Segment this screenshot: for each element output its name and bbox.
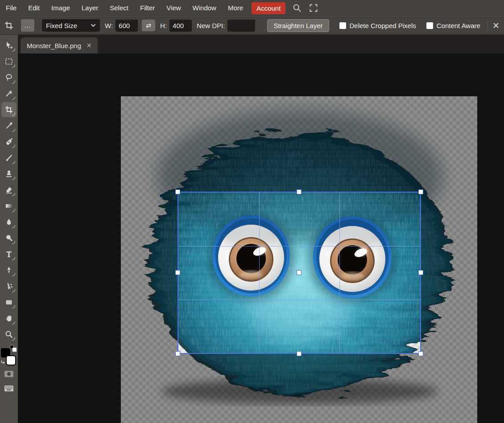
quick-mask-button[interactable] — [1, 368, 17, 380]
swap-colors-icon[interactable] — [1, 360, 6, 365]
menu-select[interactable]: Select — [104, 0, 134, 16]
move-tool[interactable] — [1, 38, 17, 53]
crop-handle-top-right[interactable] — [418, 189, 423, 194]
type-tool[interactable] — [1, 246, 17, 262]
account-button[interactable]: Account — [252, 2, 285, 14]
crop-selection[interactable] — [178, 192, 421, 354]
dpi-input[interactable] — [227, 20, 255, 32]
crop-handle-top[interactable] — [297, 189, 302, 194]
clone-stamp-tool[interactable] — [1, 166, 17, 181]
dpi-label: New DPI: — [197, 22, 225, 29]
tool-options-bar: ... Fixed Size W: ⇄ H: New DPI: Straight… — [0, 16, 504, 35]
more-crop-options-button[interactable]: ... — [21, 19, 34, 32]
crop-grid-line — [178, 300, 420, 300]
dodge-tool[interactable] — [1, 230, 17, 246]
eyedropper-tool[interactable] — [1, 118, 17, 133]
crop-grid-line — [178, 246, 420, 246]
document-view[interactable] — [121, 96, 477, 423]
fullscreen-icon[interactable] — [309, 3, 318, 13]
menu-more[interactable]: More — [222, 0, 249, 16]
straighten-layer-button[interactable]: Straighten Layer — [267, 19, 329, 32]
width-label: W: — [105, 22, 113, 29]
crop-handle-bottom-left[interactable] — [175, 351, 180, 356]
gradient-tool[interactable] — [1, 198, 17, 214]
zoom-tool[interactable] — [1, 327, 17, 342]
crop-preset-value: Fixed Size — [46, 22, 91, 29]
close-tab-icon[interactable]: ✕ — [87, 42, 92, 49]
lasso-tool[interactable] — [1, 70, 17, 85]
brush-tool[interactable] — [1, 150, 17, 165]
width-input[interactable] — [116, 20, 138, 32]
crop-handle-right[interactable] — [418, 270, 423, 275]
checkbox-box — [426, 22, 433, 29]
crop-handle-top-left[interactable] — [175, 189, 180, 194]
menu-edit[interactable]: Edit — [22, 0, 45, 16]
crop-grid-line — [259, 193, 260, 353]
tab-bar: Monster_Blue.png ✕ — [18, 35, 504, 53]
menu-window[interactable]: Window — [187, 0, 222, 16]
menu-layer[interactable]: Layer — [76, 0, 104, 16]
menu-bar: File Edit Image Layer Select Filter View… — [0, 0, 504, 16]
menu-image[interactable]: Image — [45, 0, 76, 16]
chevron-down-icon — [91, 24, 96, 27]
swap-dimensions-button[interactable]: ⇄ — [142, 20, 155, 31]
blur-tool[interactable] — [1, 214, 17, 230]
hand-tool[interactable] — [1, 311, 17, 326]
color-swatches[interactable] — [1, 345, 17, 366]
checkbox-box — [339, 22, 346, 29]
tab-monster-blue[interactable]: Monster_Blue.png ✕ — [21, 37, 98, 53]
crop-handle-left[interactable] — [175, 270, 180, 275]
menu-file[interactable]: File — [0, 0, 22, 16]
eraser-tool[interactable] — [1, 182, 17, 197]
search-icon[interactable] — [292, 3, 302, 13]
content-aware-checkbox[interactable]: Content Aware — [426, 22, 480, 29]
spot-healing-tool[interactable] — [1, 134, 17, 149]
crop-grid-line — [339, 193, 340, 353]
crop-tool[interactable] — [1, 102, 17, 117]
keyboard-shortcuts-button[interactable] — [1, 382, 17, 394]
crop-handle-bottom[interactable] — [297, 351, 302, 356]
cancel-crop-icon[interactable]: ✕ — [488, 21, 504, 31]
height-label: H: — [160, 22, 167, 29]
height-input[interactable] — [169, 20, 192, 32]
delete-cropped-pixels-checkbox[interactable]: Delete Cropped Pixels — [339, 22, 416, 29]
menu-view[interactable]: View — [161, 0, 186, 16]
default-colors-icon — [12, 348, 17, 352]
tab-label: Monster_Blue.png — [27, 42, 81, 49]
rectangle-select-tool[interactable] — [1, 54, 17, 69]
tool-sidebar — [0, 35, 18, 423]
content-aware-label: Content Aware — [437, 22, 480, 29]
menu-filter[interactable]: Filter — [134, 0, 161, 16]
crop-tool-icon — [4, 21, 14, 30]
crop-handle-center[interactable] — [297, 270, 302, 275]
pen-tool[interactable] — [1, 263, 17, 278]
direct-select-tool[interactable] — [1, 279, 17, 294]
background-color-swatch[interactable] — [6, 355, 16, 366]
canvas-area[interactable] — [18, 53, 504, 423]
rectangle-shape-tool[interactable] — [1, 295, 17, 310]
delete-cropped-pixels-label: Delete Cropped Pixels — [350, 22, 416, 29]
magic-wand-tool[interactable] — [1, 86, 17, 101]
crop-preset-select[interactable]: Fixed Size — [42, 19, 100, 32]
crop-handle-bottom-right[interactable] — [418, 351, 423, 356]
